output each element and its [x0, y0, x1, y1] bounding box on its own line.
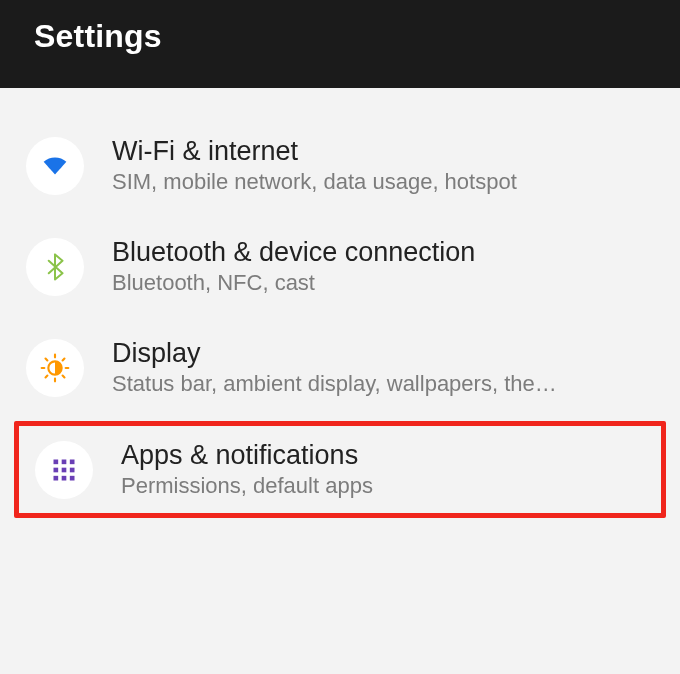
row-subtitle: Permissions, default apps	[121, 473, 373, 499]
svg-rect-9	[54, 459, 59, 464]
svg-rect-14	[70, 467, 75, 472]
svg-line-6	[46, 375, 48, 377]
row-title: Wi-Fi & internet	[112, 136, 517, 167]
apps-grid-icon	[35, 441, 93, 499]
row-subtitle: Status bar, ambient display, wallpapers,…	[112, 371, 557, 397]
row-texts: Apps & notifications Permissions, defaul…	[121, 440, 373, 499]
svg-rect-15	[54, 475, 59, 480]
row-title: Apps & notifications	[121, 440, 373, 471]
settings-list: Wi-Fi & internet SIM, mobile network, da…	[0, 88, 680, 518]
svg-rect-13	[62, 467, 67, 472]
row-subtitle: Bluetooth, NFC, cast	[112, 270, 475, 296]
row-title: Display	[112, 338, 557, 369]
svg-line-7	[63, 358, 65, 360]
svg-line-4	[46, 358, 48, 360]
settings-row-wifi-internet[interactable]: Wi-Fi & internet SIM, mobile network, da…	[0, 118, 680, 213]
bluetooth-icon	[26, 238, 84, 296]
row-subtitle: SIM, mobile network, data usage, hotspot	[112, 169, 517, 195]
settings-row-display[interactable]: Display Status bar, ambient display, wal…	[0, 320, 680, 415]
page-title: Settings	[34, 18, 162, 55]
row-title: Bluetooth & device connection	[112, 237, 475, 268]
svg-rect-16	[62, 475, 67, 480]
settings-row-apps-notifications[interactable]: Apps & notifications Permissions, defaul…	[14, 421, 666, 518]
row-texts: Bluetooth & device connection Bluetooth,…	[112, 237, 475, 296]
svg-rect-17	[70, 475, 75, 480]
svg-line-5	[63, 375, 65, 377]
row-texts: Display Status bar, ambient display, wal…	[112, 338, 557, 397]
svg-rect-10	[62, 459, 67, 464]
svg-rect-12	[54, 467, 59, 472]
brightness-icon	[26, 339, 84, 397]
app-header: Settings	[0, 0, 680, 88]
svg-rect-11	[70, 459, 75, 464]
row-texts: Wi-Fi & internet SIM, mobile network, da…	[112, 136, 517, 195]
wifi-icon	[26, 137, 84, 195]
settings-row-bluetooth-device[interactable]: Bluetooth & device connection Bluetooth,…	[0, 219, 680, 314]
